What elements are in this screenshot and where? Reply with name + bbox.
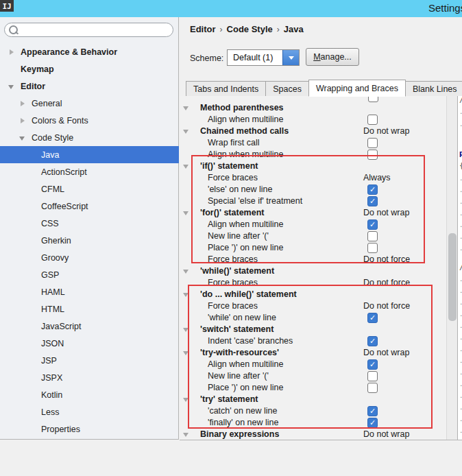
tree-row-do-while-statement[interactable]: 'do ... while()' statement (180, 289, 446, 300)
chevron-expanded-icon[interactable] (183, 328, 189, 332)
chevron-expanded-icon[interactable] (183, 270, 189, 274)
checkbox-unchecked[interactable] (367, 115, 378, 125)
scheme-select[interactable]: Default (1) (227, 49, 300, 66)
checkbox-checked[interactable]: ✓ (367, 336, 378, 346)
tree-row-switch-statement[interactable]: 'switch' statement (180, 324, 446, 335)
breadcrumb-item-code-style[interactable]: Code Style (227, 24, 273, 34)
sidebar-item-html[interactable]: HTML (0, 300, 179, 318)
tree-row-place-on-new-line[interactable]: Place ')' on new line (180, 242, 446, 254)
checkbox-checked[interactable]: ✓ (367, 219, 378, 230)
chevron-collapsed-icon[interactable] (19, 100, 26, 107)
sidebar-item-haml[interactable]: HAML (0, 283, 179, 300)
tree-row-try-statement[interactable]: 'try' statement (180, 394, 446, 405)
tree-row-place-on-new-line[interactable]: Place ')' on new line (180, 382, 446, 394)
sidebar-item-properties[interactable]: Properties (0, 420, 179, 438)
chevron-expanded-icon[interactable] (8, 83, 15, 90)
sidebar-item-colors-fonts[interactable]: Colors & Fonts (0, 112, 179, 129)
tree-row-force-braces[interactable]: Force bracesAlways (180, 172, 446, 184)
sidebar-item-keymap[interactable]: Keymap (0, 60, 179, 78)
tree-row-wrap-first-call[interactable]: Wrap first call (180, 137, 446, 149)
chevron-expanded-icon[interactable] (183, 211, 189, 215)
checkbox-unchecked[interactable] (367, 243, 378, 253)
tree-scrollbar[interactable] (446, 96, 457, 440)
chevron-expanded-icon[interactable] (183, 165, 189, 169)
tree-row-finally-on-new-line[interactable]: 'finally' on new line✓ (180, 417, 446, 429)
sidebar-item-cfml[interactable]: CFML (0, 180, 179, 198)
manage-button[interactable]: Manage... (306, 48, 359, 66)
setting-value[interactable]: Do not force (363, 278, 410, 287)
setting-value[interactable]: Do not force (363, 254, 410, 264)
tab-blank-lines[interactable]: Blank Lines (405, 81, 462, 96)
tree-row-align-when-multiline[interactable]: Align when multiline✓ (180, 219, 446, 230)
tab-tabs-and-indents[interactable]: Tabs and Indents (186, 81, 266, 96)
tree-row-catch-on-new-line[interactable]: 'catch' on new line✓ (180, 405, 446, 417)
setting-value[interactable]: Do not wrap (363, 348, 409, 357)
breadcrumb-item-editor[interactable]: Editor (190, 24, 216, 34)
scrollbar-thumb[interactable] (448, 233, 457, 321)
tree-row-align-when-multiline[interactable]: Align when multiline (180, 114, 446, 126)
setting-value[interactable]: Do not wrap (363, 126, 409, 136)
sidebar-item-groovy[interactable]: Groovy (0, 249, 179, 266)
sidebar-item-appearance-behavior[interactable]: Appearance & Behavior (0, 43, 179, 60)
search-box[interactable] (4, 23, 173, 37)
checkbox-checked[interactable]: ✓ (367, 418, 378, 428)
tree-row-new-line-after[interactable]: New line after '(' (180, 230, 446, 242)
tree-row-chained-method-calls[interactable]: Chained method callsDo not wrap (180, 126, 446, 137)
sidebar-item-css[interactable]: CSS (0, 215, 179, 232)
sidebar-item-general[interactable]: General (0, 95, 179, 112)
checkbox-unchecked[interactable] (367, 383, 378, 393)
tree-row-align-when-multiline[interactable]: Align when multiline (180, 149, 446, 160)
tab-spaces[interactable]: Spaces (265, 81, 309, 96)
chevron-expanded-icon[interactable] (183, 433, 189, 437)
checkbox-checked[interactable]: ✓ (367, 185, 378, 195)
tree-row-while-on-new-line[interactable]: 'while' on new line✓ (180, 312, 446, 324)
checkbox-unchecked[interactable] (367, 231, 378, 241)
tree-row-special-else-if-treatment[interactable]: Special 'else if' treatment✓ (180, 195, 446, 207)
tree-row-indent-case-branches[interactable]: Indent 'case' branches✓ (180, 335, 446, 347)
setting-value[interactable]: Do not wrap (363, 208, 409, 217)
setting-value[interactable]: Do not wrap (363, 429, 409, 439)
tree-row-binary-expressions[interactable]: Binary expressionsDo not wrap (180, 429, 446, 440)
checkbox-unchecked[interactable] (367, 150, 378, 160)
tree-row-method-parentheses[interactable]: Method parentheses (180, 102, 446, 114)
checkbox-checked[interactable]: ✓ (367, 313, 378, 323)
tree-row-else-on-new-line[interactable]: 'else' on new line✓ (180, 184, 446, 195)
sidebar-item-kotlin[interactable]: Kotlin (0, 386, 179, 403)
tree-row-for-statement[interactable]: 'for()' statementDo not wrap (180, 207, 446, 219)
chevron-expanded-icon[interactable] (19, 134, 26, 141)
search-input[interactable] (21, 24, 173, 36)
chevron-expanded-icon[interactable] (183, 351, 189, 355)
tree-row-try-with-resources[interactable]: 'try-with-resources'Do not wrap (180, 347, 446, 359)
tree-row-align-when-multiline[interactable]: Align when multiline✓ (180, 359, 446, 370)
checkbox-checked[interactable]: ✓ (367, 196, 378, 206)
tree-row-force-braces[interactable]: Force bracesDo not force (180, 300, 446, 312)
tab-wrapping-and-braces[interactable]: Wrapping and Braces (308, 80, 406, 97)
sidebar-item-json[interactable]: JSON (0, 335, 179, 352)
chevron-expanded-icon[interactable] (183, 106, 189, 110)
tree-row-force-braces[interactable]: Force bracesDo not force (180, 277, 446, 289)
chevron-expanded-icon[interactable] (183, 130, 189, 134)
chevron-collapsed-icon[interactable] (19, 117, 26, 124)
sidebar-item-gherkin[interactable]: Gherkin (0, 232, 179, 249)
sidebar-item-less[interactable]: Less (0, 403, 179, 420)
sidebar-item-jspx[interactable]: JSPX (0, 369, 179, 386)
sidebar-item-code-style[interactable]: Code Style (0, 129, 179, 146)
checkbox-unchecked[interactable] (367, 371, 378, 381)
sidebar-item-actionscript[interactable]: ActionScript (0, 163, 179, 180)
checkbox-checked[interactable]: ✓ (367, 406, 378, 416)
chevron-expanded-icon[interactable] (183, 293, 189, 297)
sidebar-item-javascript[interactable]: JavaScript (0, 318, 179, 335)
breadcrumb-item-java[interactable]: Java (284, 24, 304, 34)
chevron-collapsed-icon[interactable] (8, 49, 15, 56)
sidebar-item-coffeescript[interactable]: CoffeeScript (0, 198, 179, 215)
sidebar-item-editor[interactable]: Editor (0, 78, 179, 95)
tree-row-while-statement[interactable]: 'while()' statement (180, 265, 446, 277)
sidebar-item-gsp[interactable]: GSP (0, 266, 179, 283)
setting-value[interactable]: Do not force (363, 301, 410, 311)
checkbox-unchecked[interactable] (367, 138, 378, 148)
chevron-expanded-icon[interactable] (183, 398, 189, 402)
tree-row-force-braces[interactable]: Force bracesDo not force (180, 254, 446, 265)
checkbox-checked[interactable]: ✓ (367, 359, 378, 370)
tree-row-if-statement[interactable]: 'if()' statement (180, 160, 446, 172)
sidebar-item-jsp[interactable]: JSP (0, 352, 179, 369)
